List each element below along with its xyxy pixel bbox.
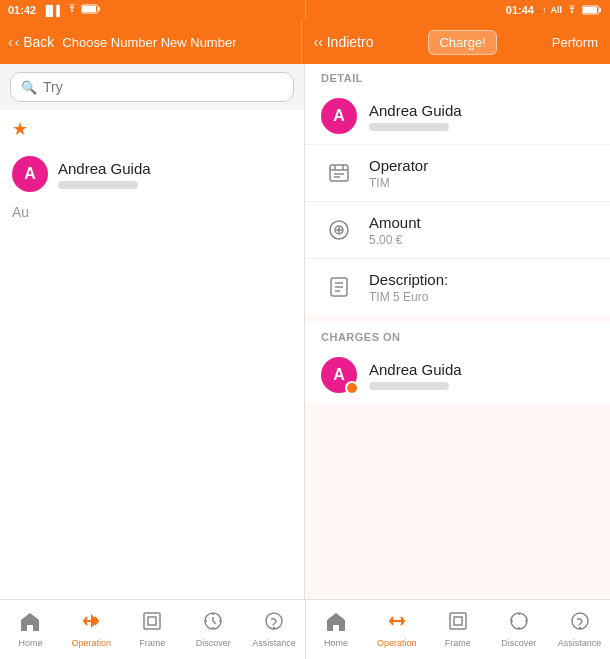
- svg-rect-19: [148, 617, 156, 625]
- tab-operation-left[interactable]: Operation: [61, 600, 122, 659]
- operator-row: Operator TIM: [305, 145, 610, 202]
- description-value: TIM 5 Euro: [369, 290, 448, 304]
- nav-bar-left: ‹ ‹ Back Choose Number New Number: [0, 20, 301, 64]
- detail-name-row: A Andrea Guida: [305, 88, 610, 145]
- operation-icon-left: [80, 611, 102, 636]
- charge-button[interactable]: Charge!: [428, 30, 496, 55]
- detail-section: DETAIL A Andrea Guida: [305, 64, 610, 315]
- tab-label-discover-right: Discover: [501, 638, 536, 648]
- operator-label: Operator: [369, 157, 428, 174]
- svg-point-26: [274, 628, 275, 629]
- avatar: A: [12, 156, 48, 192]
- svg-rect-1: [98, 7, 100, 11]
- tab-home-left[interactable]: Home: [0, 600, 61, 659]
- svg-rect-27: [450, 613, 466, 629]
- charges-sub-info: [369, 382, 449, 390]
- charges-avatar: A: [321, 357, 357, 393]
- tab-label-assistance-right: Assistance: [558, 638, 602, 648]
- svg-point-29: [511, 613, 527, 629]
- star-icon: ★: [12, 118, 28, 140]
- description-row: Description: TIM 5 Euro: [305, 259, 610, 315]
- nav-bar-right: ‹ ‹ Indietro Charge! Perform: [302, 20, 611, 64]
- detail-name-sub: [369, 123, 449, 131]
- search-input[interactable]: [43, 79, 283, 95]
- section-letter: Au: [0, 200, 304, 224]
- status-bar-left: 01:42 ▐▌▌: [0, 0, 305, 20]
- contact-item[interactable]: A Andrea Guida: [0, 148, 304, 200]
- operation-icon-right: [386, 611, 408, 636]
- back-button-left[interactable]: ‹ ‹ Back: [8, 34, 54, 50]
- contact-name: Andrea Guida: [58, 160, 151, 177]
- tab-assistance-left[interactable]: Assistance: [244, 600, 305, 659]
- arrow-indicator: ↑: [542, 5, 547, 15]
- amount-row: Amount 5.00 €: [305, 202, 610, 259]
- frame-icon-right: [447, 611, 469, 636]
- amount-icon: [321, 212, 357, 248]
- amount-value: 5.00 €: [369, 233, 421, 247]
- tab-label-operation-left: Operation: [72, 638, 112, 648]
- description-label: Description:: [369, 271, 448, 288]
- tab-frame-left[interactable]: Frame: [122, 600, 183, 659]
- orange-badge: [345, 381, 359, 395]
- tab-label-discover-left: Discover: [196, 638, 231, 648]
- signal-left: ▐▌▌: [42, 5, 63, 16]
- detail-header: DETAIL: [305, 64, 610, 88]
- contacts-panel: 🔍 ★ A Andrea Guida Au: [0, 64, 305, 599]
- battery-right: [582, 5, 602, 15]
- charges-header: CHARGES ON: [305, 323, 610, 347]
- description-icon: [321, 269, 357, 305]
- svg-point-25: [266, 613, 282, 629]
- svg-rect-18: [144, 613, 160, 629]
- contact-sub-info: [58, 181, 138, 189]
- time-left: 01:42: [8, 4, 36, 16]
- frame-icon-left: [141, 611, 163, 636]
- svg-point-34: [572, 613, 588, 629]
- back-button-right[interactable]: ‹ ‹ Indietro: [314, 34, 374, 50]
- discover-icon-left: [202, 611, 224, 636]
- battery-left: [81, 4, 101, 16]
- wifi-left: [66, 4, 78, 16]
- tab-discover-right[interactable]: Discover: [488, 600, 549, 659]
- tab-label-home-left: Home: [18, 638, 42, 648]
- tab-label-operation-right: Operation: [377, 638, 417, 648]
- discover-icon-right: [508, 611, 530, 636]
- svg-rect-4: [599, 8, 601, 12]
- tab-frame-right[interactable]: Frame: [427, 600, 488, 659]
- tab-assistance-right[interactable]: Assistance: [549, 600, 610, 659]
- time-right: 01:44: [506, 4, 534, 16]
- all-indicator: All: [550, 5, 562, 15]
- detail-contact-name: Andrea Guida: [369, 102, 462, 119]
- status-bar-right: 01:44 ↑ All: [306, 0, 611, 20]
- svg-rect-5: [583, 7, 597, 13]
- tab-label-frame-left: Frame: [139, 638, 165, 648]
- tab-bar-left: Home Operation Frame: [0, 600, 305, 659]
- tab-label-home-right: Home: [324, 638, 348, 648]
- charges-item[interactable]: A Andrea Guida: [305, 347, 610, 403]
- assistance-icon-right: [569, 611, 591, 636]
- svg-point-35: [579, 628, 580, 629]
- search-bar: 🔍: [0, 64, 304, 110]
- operator-icon: [321, 155, 357, 191]
- detail-panel: DETAIL A Andrea Guida: [305, 64, 610, 599]
- charges-section: CHARGES ON A Andrea Guida: [305, 323, 610, 403]
- tab-label-assistance-left: Assistance: [252, 638, 296, 648]
- search-wrapper[interactable]: 🔍: [10, 72, 294, 102]
- tab-bar-right: Home Operation Frame: [306, 600, 611, 659]
- operator-value: TIM: [369, 176, 428, 190]
- perform-button[interactable]: Perform: [552, 35, 598, 50]
- tab-operation-right[interactable]: Operation: [366, 600, 427, 659]
- charges-name: Andrea Guida: [369, 361, 462, 378]
- search-icon: 🔍: [21, 80, 37, 95]
- tab-home-right[interactable]: Home: [306, 600, 367, 659]
- home-icon-left: [19, 611, 41, 636]
- svg-rect-2: [82, 6, 96, 12]
- assistance-icon-left: [263, 611, 285, 636]
- amount-label: Amount: [369, 214, 421, 231]
- svg-rect-28: [454, 617, 462, 625]
- favorites-row[interactable]: ★: [0, 110, 304, 148]
- svg-rect-6: [330, 165, 348, 181]
- tab-discover-left[interactable]: Discover: [183, 600, 244, 659]
- detail-avatar: A: [321, 98, 357, 134]
- home-icon-right: [325, 611, 347, 636]
- wifi-right: [566, 5, 578, 15]
